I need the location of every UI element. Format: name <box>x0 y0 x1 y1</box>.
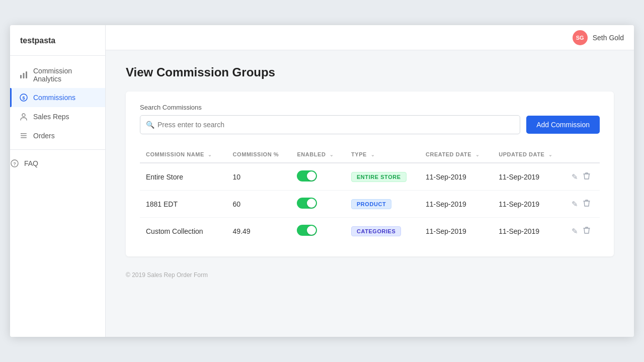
cell-enabled[interactable] <box>291 191 345 218</box>
search-input-wrap: 🔍 <box>140 115 520 134</box>
sidebar-item-faq[interactable]: ? FAQ <box>10 154 105 176</box>
sidebar-divider <box>10 149 105 150</box>
svg-text:$: $ <box>22 96 25 101</box>
svg-rect-1 <box>23 73 25 78</box>
app-logo: testpasta <box>10 25 105 56</box>
footer-text: © 2019 Sales Rep Order Form <box>126 272 614 279</box>
search-icon: 🔍 <box>146 121 154 129</box>
cell-created: 11-Sep-2019 <box>420 163 493 191</box>
edit-icon[interactable]: ✎ <box>572 200 578 209</box>
sort-icon-enabled: ⌄ <box>330 152 334 157</box>
svg-rect-9 <box>21 133 22 134</box>
sidebar: testpasta Commission Analytics $ <box>10 25 106 337</box>
table-row: Entire Store 10 ENTIRE STORE 11-Sep-2019… <box>140 163 600 191</box>
sidebar-item-label: Commission Analytics <box>33 67 96 83</box>
cell-percent: 49.49 <box>227 218 291 245</box>
col-header-enabled[interactable]: Enabled ⌄ <box>291 146 345 163</box>
cell-type: ENTIRE STORE <box>345 163 420 191</box>
col-header-actions <box>566 146 600 163</box>
sidebar-item-orders[interactable]: Orders <box>10 126 105 145</box>
svg-rect-0 <box>20 75 22 78</box>
dollar-icon: $ <box>19 93 28 102</box>
search-input[interactable] <box>140 115 520 134</box>
sort-icon-updated: ⌄ <box>548 152 553 157</box>
type-badge: ENTIRE STORE <box>351 172 407 182</box>
top-bar: SG Seth Gold <box>106 25 634 50</box>
app-window: testpasta Commission Analytics $ <box>10 25 634 337</box>
col-header-percent: Commission % <box>227 146 291 163</box>
cell-type: CATEGORIES <box>345 218 420 245</box>
cell-created: 11-Sep-2019 <box>420 218 493 245</box>
main-area: SG Seth Gold View Commission Groups Sear… <box>106 25 634 337</box>
cell-updated: 11-Sep-2019 <box>493 163 566 191</box>
add-commission-button[interactable]: Add Commission <box>526 116 600 134</box>
sidebar-item-label: Commissions <box>33 94 75 102</box>
cell-name: 1881 EDT <box>140 191 227 218</box>
sidebar-item-commission-analytics[interactable]: Commission Analytics <box>10 62 105 88</box>
delete-icon[interactable] <box>583 172 590 182</box>
main-card: Search Commissions 🔍 Add Commission Comm… <box>126 92 614 256</box>
cell-created: 11-Sep-2019 <box>420 191 493 218</box>
sidebar-item-label: Sales Reps <box>33 113 69 121</box>
sort-icon-created: ⌄ <box>475 152 480 157</box>
delete-icon[interactable] <box>583 199 590 209</box>
type-badge: PRODUCT <box>351 199 391 209</box>
cell-enabled[interactable] <box>291 163 345 191</box>
user-name: Seth Gold <box>593 34 624 42</box>
cell-name: Custom Collection <box>140 218 227 245</box>
col-header-updated[interactable]: Updated Date ⌄ <box>493 146 566 163</box>
sidebar-item-label: FAQ <box>24 159 38 167</box>
col-header-name[interactable]: Commission Name ⌄ <box>140 146 227 163</box>
table-header-row: Commission Name ⌄ Commission % Enabled ⌄ <box>140 146 600 163</box>
svg-rect-7 <box>21 135 27 136</box>
cell-type: PRODUCT <box>345 191 420 218</box>
cell-actions: ✎ <box>566 191 600 218</box>
edit-icon[interactable]: ✎ <box>572 227 578 236</box>
sidebar-item-commissions[interactable]: $ Commissions <box>10 88 105 107</box>
col-header-type[interactable]: Type ⌄ <box>345 146 420 163</box>
sidebar-nav: Commission Analytics $ Commissions <box>10 56 105 337</box>
cell-updated: 11-Sep-2019 <box>493 218 566 245</box>
cell-actions: ✎ <box>566 163 600 191</box>
cell-updated: 11-Sep-2019 <box>493 191 566 218</box>
table-row: 1881 EDT 60 PRODUCT 11-Sep-2019 11-Sep-2… <box>140 191 600 218</box>
delete-icon[interactable] <box>583 226 590 236</box>
cell-percent: 10 <box>227 163 291 191</box>
commissions-table: Commission Name ⌄ Commission % Enabled ⌄ <box>140 146 600 244</box>
cell-percent: 60 <box>227 191 291 218</box>
help-icon: ? <box>10 159 19 168</box>
content-area: View Commission Groups Search Commission… <box>106 50 634 337</box>
search-label: Search Commissions <box>140 104 600 111</box>
type-badge: CATEGORIES <box>351 226 401 236</box>
cell-name: Entire Store <box>140 163 227 191</box>
sort-icon-name: ⌄ <box>208 152 212 157</box>
svg-rect-8 <box>21 137 27 138</box>
svg-point-5 <box>22 114 25 117</box>
page-title: View Commission Groups <box>126 65 614 79</box>
cell-actions: ✎ <box>566 218 600 245</box>
toggle-2[interactable] <box>297 198 317 209</box>
svg-text:?: ? <box>13 161 16 166</box>
sidebar-item-sales-reps[interactable]: Sales Reps <box>10 107 105 126</box>
col-header-created[interactable]: Created Date ⌄ <box>420 146 493 163</box>
cell-enabled[interactable] <box>291 218 345 245</box>
sort-icon-type: ⌄ <box>371 152 375 157</box>
person-icon <box>19 112 28 121</box>
edit-icon[interactable]: ✎ <box>572 172 578 182</box>
sidebar-item-label: Orders <box>33 132 55 140</box>
chart-icon <box>19 70 28 79</box>
search-row: 🔍 Add Commission <box>140 115 600 134</box>
list-icon <box>19 131 28 140</box>
toggle-3[interactable] <box>297 225 317 236</box>
avatar: SG <box>573 30 588 45</box>
svg-rect-2 <box>26 71 27 78</box>
toggle-1[interactable] <box>297 170 317 182</box>
table-row: Custom Collection 49.49 CATEGORIES 11-Se… <box>140 218 600 245</box>
